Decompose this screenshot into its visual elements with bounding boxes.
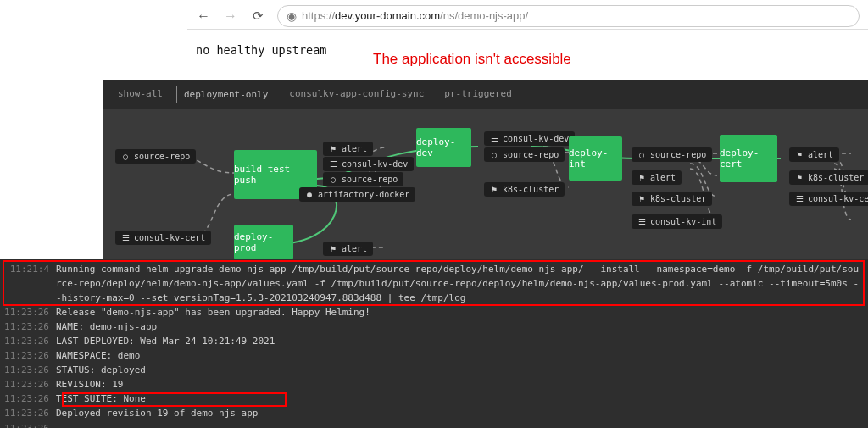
github-icon: ◯ bbox=[121, 152, 130, 161]
chip-artifactory-docker[interactable]: ●artifactory-docker bbox=[299, 187, 415, 202]
sitemap-icon: ⚑ bbox=[329, 144, 337, 153]
log-line: 11:23:26NAMESPACE: demo bbox=[0, 348, 868, 363]
chip-alert-4[interactable]: ⚑alert bbox=[789, 147, 839, 162]
address-bar: ← → ⟳ ◉ https://dev.your-domain.com/ns/d… bbox=[187, 3, 868, 30]
chip-source-repo-3[interactable]: ◯source-repo bbox=[484, 147, 565, 162]
url-host: dev.your-domain.com bbox=[335, 9, 440, 22]
sitemap-icon: ⚑ bbox=[795, 150, 804, 159]
log-line: 11:23:26NAME: demo-njs-app bbox=[0, 320, 868, 334]
tab-show-all[interactable]: show-all bbox=[111, 86, 170, 103]
url-scheme: https bbox=[302, 9, 326, 22]
chip-consul-kv-cert[interactable]: ☰consul-kv-cert bbox=[115, 231, 211, 245]
chip-consul-kv-dev-2[interactable]: ☰consul-kv-dev bbox=[484, 131, 575, 146]
log-line: 11:23:26TEST SUITE: None bbox=[0, 392, 868, 406]
chip-alert-5[interactable]: ⚑alert bbox=[323, 242, 373, 256]
job-deploy-dev[interactable]: deploy-dev bbox=[416, 128, 471, 167]
log-line: 11:23:26REVISION: 19 bbox=[0, 377, 868, 392]
chip-consul-kv-cert-2[interactable]: ☰consul-kv-cert bbox=[789, 192, 868, 206]
log-line: 11:23:26 bbox=[0, 421, 868, 428]
forward-button[interactable]: → bbox=[223, 8, 238, 24]
chip-source-repo[interactable]: ◯source-repo bbox=[115, 149, 196, 164]
folder-icon: ☰ bbox=[637, 217, 646, 226]
error-text: no healthy upstream bbox=[196, 43, 326, 57]
log-panel[interactable]: 11:21:4Running command helm upgrade demo… bbox=[0, 259, 868, 428]
job-deploy-prod[interactable]: deploy-prod bbox=[234, 225, 293, 260]
chip-alert-3[interactable]: ⚑alert bbox=[632, 170, 682, 185]
back-button[interactable]: ← bbox=[196, 8, 211, 24]
chip-consul-kv-int[interactable]: ☰consul-kv-int bbox=[632, 214, 722, 229]
chip-alert[interactable]: ⚑alert bbox=[323, 142, 373, 156]
sitemap-icon: ⚑ bbox=[795, 173, 804, 182]
folder-icon: ☰ bbox=[121, 233, 130, 242]
url-path: /ns/demo-njs-app/ bbox=[440, 9, 528, 22]
tab-pr-triggered[interactable]: pr-triggered bbox=[437, 86, 518, 103]
chip-k8s-cluster[interactable]: ⚑k8s-cluster bbox=[484, 182, 565, 197]
site-info-icon: ◉ bbox=[287, 9, 297, 23]
job-deploy-int[interactable]: deploy-int bbox=[569, 136, 622, 181]
sitemap-icon: ⚑ bbox=[490, 185, 498, 194]
log-line: 11:23:26STATUS: deployed bbox=[0, 363, 868, 377]
annotation-not-accessible: The application isn't accessible bbox=[373, 51, 571, 68]
url-input[interactable]: ◉ https://dev.your-domain.com/ns/demo-nj… bbox=[277, 5, 860, 27]
log-line: 11:21:4Running command helm upgrade demo… bbox=[0, 262, 868, 305]
folder-icon: ☰ bbox=[490, 134, 498, 143]
pipeline-canvas[interactable]: ◯source-repo ☰consul-kv-cert build-test-… bbox=[103, 109, 868, 263]
github-icon: ◯ bbox=[329, 175, 337, 184]
folder-icon: ☰ bbox=[795, 194, 804, 203]
chip-k8s-cluster-2[interactable]: ⚑k8s-cluster bbox=[632, 192, 712, 206]
folder-icon: ☰ bbox=[329, 159, 337, 169]
github-icon: ◯ bbox=[490, 150, 498, 159]
log-line: 11:23:26Deployed revision 19 of demo-njs… bbox=[0, 406, 868, 420]
chip-k8s-cluster-3[interactable]: ⚑k8s-cluster bbox=[789, 170, 868, 185]
pipeline-panel: show-all deployment-only consulkv-app-co… bbox=[103, 80, 868, 259]
reload-button[interactable]: ⟳ bbox=[250, 8, 265, 24]
github-icon: ◯ bbox=[637, 150, 646, 159]
sitemap-icon: ⚑ bbox=[329, 244, 337, 253]
artifact-icon: ● bbox=[305, 190, 314, 199]
chip-source-repo-2[interactable]: ◯source-repo bbox=[323, 172, 403, 186]
tab-deployment-only[interactable]: deployment-only bbox=[176, 86, 275, 103]
log-line: 11:23:26LAST DEPLOYED: Wed Mar 24 10:21:… bbox=[0, 334, 868, 348]
tab-consulkv-sync[interactable]: consulkv-app-config-sync bbox=[282, 86, 431, 103]
job-deploy-cert[interactable]: deploy-cert bbox=[720, 135, 777, 182]
sitemap-icon: ⚑ bbox=[637, 173, 646, 182]
sitemap-icon: ⚑ bbox=[637, 194, 646, 203]
chip-consul-kv-dev[interactable]: ☰consul-kv-dev bbox=[323, 157, 414, 171]
chip-source-repo-4[interactable]: ◯source-repo bbox=[632, 147, 712, 162]
browser-window: ← → ⟳ ◉ https://dev.your-domain.com/ns/d… bbox=[187, 3, 868, 57]
pipeline-tabs: show-all deployment-only consulkv-app-co… bbox=[103, 80, 868, 109]
log-line: 11:23:26Release "demo-njs-app" has been … bbox=[0, 305, 868, 320]
